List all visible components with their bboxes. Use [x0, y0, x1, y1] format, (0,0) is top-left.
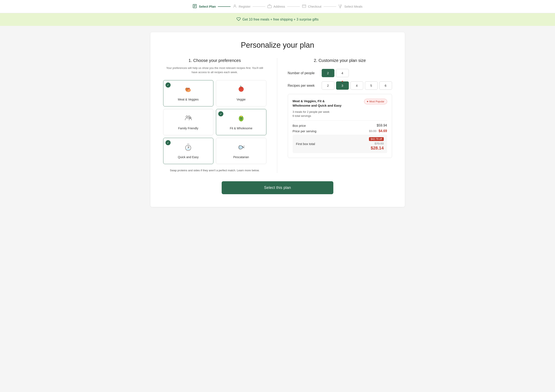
nav-step-label: Checkout — [308, 5, 321, 8]
people-option-row: Number of people 2 4 — [288, 69, 392, 77]
swap-note: Swap proteins and sides if they aren't a… — [163, 168, 266, 173]
first-box-total: $28.14 — [371, 146, 384, 150]
svg-point-15 — [188, 116, 190, 118]
nav-step-label: Address — [273, 5, 285, 8]
fit-wholesome-icon — [237, 114, 245, 124]
preferences-grid: ✓ Meat & Veggies Veggie — [163, 80, 266, 164]
family-friendly-icon — [184, 114, 192, 124]
check-badge-meat-veggies: ✓ — [166, 82, 171, 88]
summary-meals-desc: 3 meals for 2 people per week — [293, 110, 387, 113]
select-plan-button[interactable]: Select this plan — [222, 181, 333, 194]
svg-rect-5 — [268, 6, 271, 8]
svg-rect-6 — [302, 5, 306, 7]
nav-step-select-plan[interactable]: Select Plan — [192, 4, 216, 9]
svg-point-22 — [242, 147, 243, 147]
pref-label-fit-wholesome: Fit & Wholesome — [230, 126, 252, 130]
svg-point-19 — [241, 116, 242, 117]
svg-point-4 — [234, 5, 236, 6]
nav-line-3 — [287, 6, 300, 7]
nav-line-1 — [218, 6, 231, 7]
first-box-row: First box total $42.79 off $70.93 $28.14 — [293, 135, 387, 153]
preferences-description: Your preferences will help us show you t… — [163, 66, 266, 74]
svg-point-13 — [240, 88, 242, 89]
pref-card-fit-wholesome[interactable]: ✓ Fit & Wholesome — [216, 109, 266, 135]
popular-badge: ♥ Most Popular — [364, 99, 387, 104]
customize-heading: 2. Customize your plan size — [288, 58, 392, 63]
price-per-serving-row: Price per serving $9.99 $4.69 — [293, 129, 387, 133]
nav-step-register[interactable]: Register — [233, 4, 250, 9]
meat-veggies-icon — [184, 85, 192, 95]
pref-card-pescatarian[interactable]: Pescatarian — [216, 138, 266, 164]
first-box-label: First box total — [296, 142, 315, 146]
pref-card-family-friendly[interactable]: Family Friendly — [163, 109, 214, 135]
quick-easy-icon — [184, 143, 192, 153]
pescatarian-icon — [237, 143, 245, 153]
box-price-value: $59.94 — [377, 124, 387, 127]
people-buttons: 2 4 — [322, 69, 349, 77]
summary-title: Meat & Veggies, Fit & Wholesome and Quic… — [293, 99, 343, 108]
nav-step-checkout[interactable]: Checkout — [302, 4, 321, 9]
summary-servings-desc: 6 total servings — [293, 114, 387, 118]
nav-line-4 — [324, 6, 336, 7]
recipes-btn-6[interactable]: 6 — [379, 81, 392, 90]
pref-card-quick-easy[interactable]: ✓ Quick and Easy — [163, 138, 214, 164]
nav-step-select-meals[interactable]: Select Meals — [338, 4, 363, 9]
svg-point-14 — [186, 116, 188, 118]
nav-step-address[interactable]: Address — [267, 4, 285, 9]
recipes-btn-3[interactable]: ♥ 3 — [336, 81, 349, 90]
recipes-btn-2[interactable]: 2 — [322, 81, 334, 90]
popular-badge-text: Most Popular — [369, 100, 384, 103]
nav-step-label: Register — [239, 5, 250, 8]
main-card: Personalize your plan 1. Choose your pre… — [150, 32, 405, 207]
recipes-btn-5[interactable]: 5 — [365, 81, 378, 90]
address-icon — [267, 4, 272, 9]
popular-heart: ♥ — [342, 80, 343, 83]
pref-label-veggie: Veggie — [236, 98, 246, 101]
promo-text: Get 10 free meals + free shipping + 3 su… — [242, 18, 319, 22]
pref-card-meat-veggies[interactable]: ✓ Meat & Veggies — [163, 80, 214, 106]
price-per-serving-values: $9.99 $4.69 — [369, 129, 387, 133]
page-title: Personalize your plan — [163, 41, 392, 50]
people-label: Number of people — [288, 71, 322, 75]
off-badge: $42.79 off — [369, 137, 384, 141]
recipes-buttons: 2 ♥ 3 4 5 6 — [322, 81, 392, 90]
first-box-original: $70.93 — [375, 142, 384, 145]
checkout-icon — [302, 4, 306, 9]
select-meals-icon — [338, 4, 343, 9]
people-btn-2[interactable]: 2 — [322, 69, 334, 77]
customize-section: 2. Customize your plan size Number of pe… — [277, 58, 392, 173]
price-original: $9.99 — [369, 129, 376, 133]
register-icon — [233, 4, 237, 9]
select-plan-icon — [192, 4, 197, 9]
nav-step-label: Select Meals — [344, 5, 363, 8]
pref-label-meat-veggies: Meat & Veggies — [178, 98, 198, 101]
check-badge-fit-wholesome: ✓ — [218, 111, 223, 116]
pref-label-family-friendly: Family Friendly — [178, 126, 198, 130]
preferences-heading: 1. Choose your preferences — [163, 58, 266, 63]
promo-icon — [236, 17, 241, 22]
pref-label-quick-easy: Quick and Easy — [178, 155, 198, 159]
pref-card-veggie[interactable]: Veggie — [216, 80, 266, 106]
price-discounted: $4.69 — [379, 129, 387, 133]
check-badge-quick-easy: ✓ — [166, 140, 171, 145]
nav-line-2 — [253, 6, 265, 7]
summary-card: Meat & Veggies, Fit & Wholesome and Quic… — [288, 94, 392, 158]
people-btn-4[interactable]: 4 — [336, 69, 349, 77]
preferences-section: 1. Choose your preferences Your preferen… — [163, 58, 277, 173]
veggie-icon — [237, 85, 245, 95]
box-price-row: Box price $59.94 — [293, 124, 387, 127]
svg-point-21 — [188, 148, 189, 148]
price-per-serving-label: Price per serving — [293, 129, 317, 133]
box-price-label: Box price — [293, 124, 306, 127]
cta-section: Select this plan — [163, 181, 392, 194]
recipes-btn-4[interactable]: 4 — [351, 81, 363, 90]
recipes-option-row: Recipes per week 2 ♥ 3 4 5 6 — [288, 81, 392, 90]
pref-label-pescatarian: Pescatarian — [233, 155, 249, 159]
first-box-prices: $42.79 off $70.93 $28.14 — [369, 137, 384, 150]
recipes-label: Recipes per week — [288, 84, 322, 88]
nav-step-label: Select Plan — [199, 5, 216, 8]
promo-banner: Get 10 free meals + free shipping + 3 su… — [0, 13, 555, 26]
popular-heart-icon: ♥ — [367, 100, 368, 103]
navigation: Select Plan Register Address Checkout — [0, 0, 555, 13]
